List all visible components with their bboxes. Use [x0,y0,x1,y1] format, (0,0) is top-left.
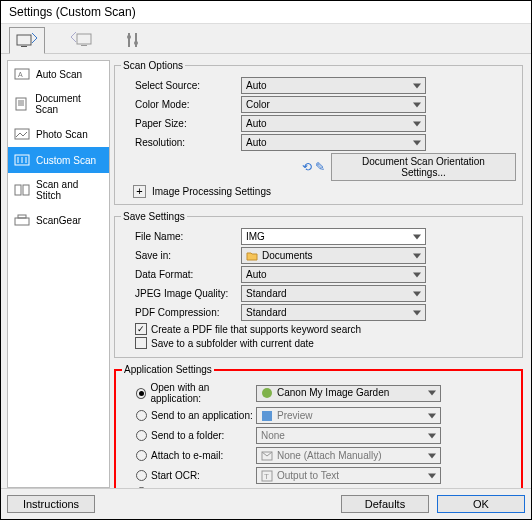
save-settings-legend: Save Settings [121,211,187,222]
instructions-button[interactable]: Instructions [7,495,95,513]
radio-icon [136,410,147,421]
paper-size-label: Paper Size: [121,118,241,129]
checkbox-checked-icon: ✓ [135,323,147,335]
orientation-reset-icon[interactable]: ⟲ ✎ [302,160,325,174]
sidebar-item-custom-scan[interactable]: Custom Scan [8,147,109,173]
image-proc-expander[interactable]: + Image Processing Settings [133,185,516,198]
dialog-footer: Instructions Defaults OK [1,488,531,519]
scangear-icon [14,213,30,227]
app-icon [261,387,273,399]
radio-icon [136,450,147,461]
file-name-label: File Name: [121,231,241,242]
color-mode-label: Color Mode: [121,99,241,110]
svg-rect-19 [15,185,21,195]
attach-email-radio[interactable]: Attach to e-mail: [122,450,256,461]
save-settings-group: Save Settings File Name: IMG Save in: Do… [114,211,523,358]
data-format-combo[interactable]: Auto [241,266,426,283]
window-title: Settings (Custom Scan) [1,1,531,24]
ok-button[interactable]: OK [437,495,525,513]
tools-icon [124,31,142,49]
image-proc-label: Image Processing Settings [152,186,271,197]
settings-window: Settings (Custom Scan) A Auto Scan Docum… [0,0,532,520]
send-app-combo[interactable]: Preview [256,407,441,424]
photo-icon [14,127,30,141]
subfolder-checkbox-row[interactable]: Save to a subfolder with current date [135,337,516,349]
file-name-combo[interactable]: IMG [241,228,426,245]
svg-rect-24 [262,411,272,421]
send-folder-combo[interactable]: None [256,427,441,444]
defaults-button[interactable]: Defaults [341,495,429,513]
scan-options-group: Scan Options Select Source: Auto Color M… [114,60,523,205]
pdf-search-label: Create a PDF file that supports keyword … [151,324,361,335]
orientation-settings-button[interactable]: Document Scan Orientation Settings... [331,153,516,181]
stitch-icon [14,183,30,197]
jpeg-quality-label: JPEG Image Quality: [121,288,241,299]
pdf-search-checkbox-row[interactable]: ✓ Create a PDF file that supports keywor… [135,323,516,335]
save-in-label: Save in: [121,250,241,261]
radio-icon [136,430,147,441]
svg-rect-2 [77,34,91,44]
scan-options-legend: Scan Options [121,60,185,71]
start-ocr-combo[interactable]: T Output to Text [256,467,441,484]
document-icon [14,97,29,111]
svg-rect-1 [21,46,27,47]
svg-rect-20 [23,185,29,195]
svg-rect-22 [18,215,26,218]
attach-email-combo[interactable]: None (Attach Manually) [256,447,441,464]
sidebar-item-label: ScanGear [36,215,81,226]
send-folder-radio[interactable]: Send to a folder: [122,430,256,441]
select-source-label: Select Source: [121,80,241,91]
radio-icon [136,470,147,481]
open-app-radio[interactable]: Open with an application: [122,382,256,404]
svg-rect-10 [16,98,26,110]
svg-text:T: T [264,472,269,481]
sidebar-item-label: Auto Scan [36,69,82,80]
pdf-comp-label: PDF Compression: [121,307,241,318]
monitor-receive-icon [70,31,92,49]
paper-size-combo[interactable]: Auto [241,115,426,132]
send-app-radio[interactable]: Send to an application: [122,410,256,421]
svg-rect-14 [15,129,29,139]
svg-point-7 [134,41,138,45]
sidebar-item-photo-scan[interactable]: Photo Scan [8,121,109,147]
plus-icon: + [133,185,146,198]
monitor-scan-icon [16,32,38,50]
sidebar-item-label: Document Scan [35,93,103,115]
tab-scan-to-computer[interactable] [63,27,99,53]
start-ocr-radio[interactable]: Start OCR: [122,470,256,481]
app-settings-legend: Application Settings [122,364,214,375]
sidebar-item-auto-scan[interactable]: A Auto Scan [8,61,109,87]
checkbox-unchecked-icon [135,337,147,349]
sidebar-item-label: Photo Scan [36,129,88,140]
select-source-combo[interactable]: Auto [241,77,426,94]
data-format-label: Data Format: [121,269,241,280]
svg-rect-0 [17,35,31,45]
svg-rect-3 [81,45,87,46]
resolution-combo[interactable]: Auto [241,134,426,151]
sidebar-item-scangear[interactable]: ScanGear [8,207,109,233]
application-settings-group: Application Settings Open with an applic… [114,364,523,488]
preview-icon [261,410,273,422]
save-in-combo[interactable]: Documents [241,247,426,264]
radio-checked-icon [136,388,146,399]
sidebar-item-document-scan[interactable]: Document Scan [8,87,109,121]
pdf-comp-combo[interactable]: Standard [241,304,426,321]
sidebar-item-scan-stitch[interactable]: Scan and Stitch [8,173,109,207]
svg-point-6 [127,35,131,39]
color-mode-combo[interactable]: Color [241,96,426,113]
resolution-label: Resolution: [121,137,241,148]
sidebar-item-label: Scan and Stitch [36,179,103,201]
text-icon: T [261,470,273,482]
jpeg-quality-combo[interactable]: Standard [241,285,426,302]
main-panel: Scan Options Select Source: Auto Color M… [114,60,525,488]
mode-tabs [1,24,531,54]
svg-point-23 [262,388,272,398]
open-app-combo[interactable]: Canon My Image Garden [256,385,441,402]
svg-text:A: A [18,71,23,78]
tab-tools[interactable] [117,27,149,53]
custom-scan-icon [14,153,30,167]
svg-rect-21 [15,218,29,225]
tab-scan-from-computer[interactable] [9,27,45,54]
mail-icon [261,450,273,462]
folder-icon [246,250,258,262]
